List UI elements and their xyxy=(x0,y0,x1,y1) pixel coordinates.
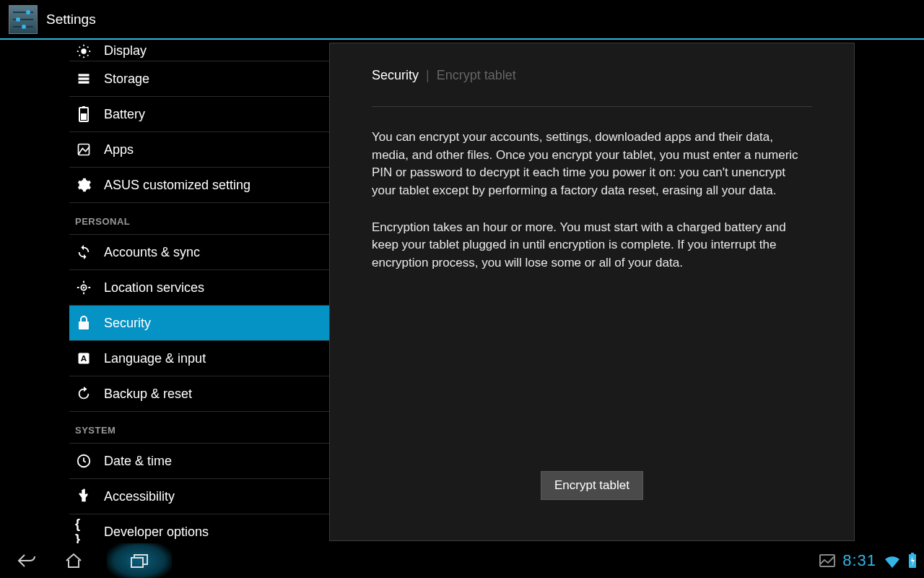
language-icon: A xyxy=(75,350,92,367)
svg-text:A: A xyxy=(81,353,87,363)
braces-icon: { } xyxy=(75,523,92,540)
main-content: Security | Encrypt tablet You can encryp… xyxy=(329,40,924,543)
app-title: Settings xyxy=(46,12,96,27)
sidebar-item-datetime[interactable]: Date & time xyxy=(69,444,329,479)
svg-rect-3 xyxy=(79,81,90,83)
sidebar-item-location[interactable]: Location services xyxy=(69,270,329,306)
sidebar-item-label: Developer options xyxy=(104,525,209,540)
encrypt-description: You can encrypt your accounts, settings,… xyxy=(372,107,812,272)
sidebar-item-label: Backup & reset xyxy=(104,387,192,402)
sidebar-item-security[interactable]: Security xyxy=(69,306,329,341)
hand-icon xyxy=(75,488,92,505)
clock-icon xyxy=(75,452,92,470)
lock-icon xyxy=(75,314,92,332)
sidebar-item-storage[interactable]: Storage xyxy=(69,61,329,97)
sidebar-item-display[interactable]: Display xyxy=(69,41,329,61)
breadcrumb-next: Encrypt tablet xyxy=(437,68,516,83)
sidebar-item-label: Language & input xyxy=(104,351,206,366)
svg-rect-16 xyxy=(911,553,914,554)
battery-icon xyxy=(75,105,92,123)
app-header: Settings xyxy=(0,0,924,40)
home-button[interactable] xyxy=(61,548,87,574)
encrypt-panel: Security | Encrypt tablet You can encryp… xyxy=(329,43,855,541)
sidebar-item-backup[interactable]: Backup & reset xyxy=(69,376,329,412)
battery-status-icon[interactable] xyxy=(908,553,917,569)
sidebar-item-label: Accounts & sync xyxy=(104,245,200,260)
settings-app-icon xyxy=(9,5,38,34)
apps-icon xyxy=(75,141,92,158)
sidebar-section-personal: PERSONAL xyxy=(69,203,329,235)
svg-rect-5 xyxy=(82,106,85,108)
sidebar-item-label: Security xyxy=(104,316,151,331)
sidebar-item-label: Date & time xyxy=(104,454,172,469)
svg-rect-14 xyxy=(131,558,143,567)
svg-rect-10 xyxy=(79,322,89,329)
sidebar-item-language[interactable]: A Language & input xyxy=(69,341,329,376)
sidebar-item-apps[interactable]: Apps xyxy=(69,132,329,168)
sidebar-item-label: Storage xyxy=(104,72,149,87)
sync-icon xyxy=(75,243,92,261)
breadcrumb-current[interactable]: Security xyxy=(372,68,419,83)
wifi-status-icon[interactable] xyxy=(884,553,901,568)
encrypt-tablet-button[interactable]: Encrypt tablet xyxy=(541,471,643,500)
sidebar-item-label: Accessibility xyxy=(104,489,175,504)
gear-icon xyxy=(75,176,92,194)
sidebar-item-asus[interactable]: ASUS customized setting xyxy=(69,168,329,203)
sidebar-item-label: Battery xyxy=(104,107,145,122)
status-clock[interactable]: 8:31 xyxy=(842,551,876,570)
body-paragraph-1: You can encrypt your accounts, settings,… xyxy=(372,129,812,200)
body-paragraph-2: Encryption takes an hour or more. You mu… xyxy=(372,219,812,272)
recent-apps-button[interactable] xyxy=(107,543,172,578)
sidebar-item-label: ASUS customized setting xyxy=(104,178,250,193)
sidebar-item-label: Apps xyxy=(104,142,134,158)
svg-rect-1 xyxy=(79,74,90,76)
svg-point-9 xyxy=(83,287,85,289)
svg-rect-6 xyxy=(81,113,87,120)
sidebar-item-developer[interactable]: { } Developer options xyxy=(69,514,329,543)
sidebar-section-system: SYSTEM xyxy=(69,412,329,444)
settings-sidebar: Display Storage Battery Apps xyxy=(0,40,329,543)
svg-rect-2 xyxy=(79,77,90,79)
sidebar-item-accounts[interactable]: Accounts & sync xyxy=(69,235,329,270)
sidebar-item-accessibility[interactable]: Accessibility xyxy=(69,479,329,514)
display-icon xyxy=(75,43,92,60)
sidebar-item-battery[interactable]: Battery xyxy=(69,97,329,132)
sidebar-item-label: Display xyxy=(104,43,147,59)
svg-rect-15 xyxy=(820,555,834,566)
svg-point-0 xyxy=(81,48,86,53)
gallery-status-icon[interactable] xyxy=(819,554,835,567)
storage-icon xyxy=(75,70,92,87)
backup-icon xyxy=(75,385,92,402)
system-navbar: 8:31 xyxy=(0,543,924,578)
location-icon xyxy=(75,279,92,296)
breadcrumb: Security | Encrypt tablet xyxy=(372,68,812,107)
sidebar-item-label: Location services xyxy=(104,280,204,296)
back-button[interactable] xyxy=(14,548,40,574)
breadcrumb-separator: | xyxy=(426,68,430,83)
